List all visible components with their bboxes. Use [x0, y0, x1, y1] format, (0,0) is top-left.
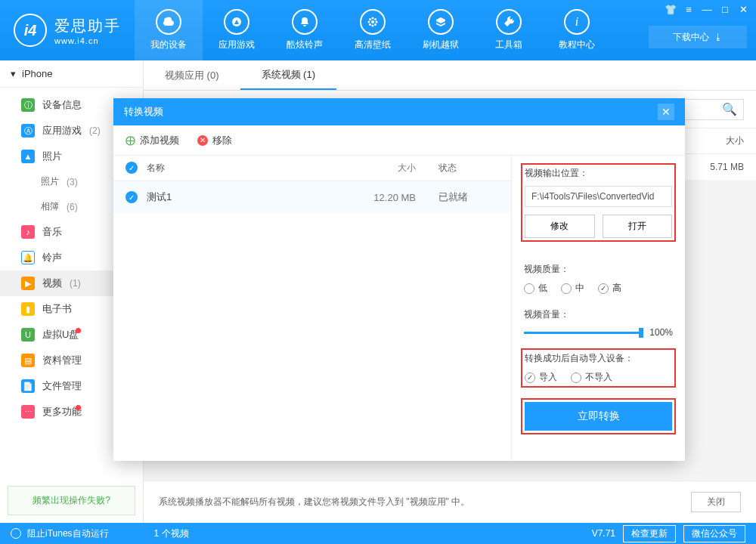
dialog-toolbar: ⨁ 添加视频 ✕ 移除: [113, 125, 685, 156]
nav-apps[interactable]: 应用游戏: [203, 0, 271, 60]
tab-system-videos[interactable]: 系统视频 (1): [240, 60, 337, 90]
radio-icon[interactable]: [11, 528, 21, 539]
col-status: 状态: [416, 162, 499, 175]
chevron-down-icon: ▾: [11, 68, 16, 79]
video-count: 1 个视频: [154, 527, 189, 540]
hint-bar: 系统视频播放器不能解码所有视频，建议您将视频文件导入到 "视频应用" 中。 关闭: [144, 481, 756, 523]
nav-my-device[interactable]: 我的设备: [135, 0, 203, 60]
theme-icon[interactable]: 👕: [662, 2, 679, 16]
help-link[interactable]: 频繁出现操作失败?: [8, 486, 135, 515]
svg-point-4: [368, 21, 370, 23]
row-name: 测试1: [147, 190, 333, 204]
quality-mid-radio[interactable]: 中: [561, 282, 584, 295]
select-all-checkbox[interactable]: ✓: [125, 162, 138, 174]
notification-dot: [76, 405, 81, 410]
search-icon[interactable]: 🔍: [722, 102, 737, 116]
volume-slider[interactable]: [524, 332, 642, 334]
quality-label: 视频质量：: [524, 263, 673, 276]
add-video-button[interactable]: ⨁ 添加视频: [125, 134, 179, 147]
maximize-icon[interactable]: □: [717, 2, 733, 16]
convert-video-dialog: 转换视频 ✕ ⨁ 添加视频 ✕ 移除 ✓ 名称 大小 状态 ✓ 测试1 12.2…: [113, 98, 685, 461]
logo-title: 爱思助手: [54, 16, 121, 36]
hint-text: 系统视频播放器不能解码所有视频，建议您将视频文件导入到 "视频应用" 中。: [159, 496, 469, 508]
device-header[interactable]: ▾ iPhone: [0, 60, 143, 88]
status-bar: 阻止iTunes自动运行 1 个视频 V7.71 检查更新 微信公众号: [0, 523, 756, 544]
logo-icon: i4: [14, 14, 47, 47]
quality-low-radio[interactable]: 低: [524, 282, 547, 295]
list-item[interactable]: ✓ 测试1 12.20 MB 已就绪: [113, 181, 511, 213]
open-button[interactable]: 打开: [603, 215, 673, 238]
remove-button[interactable]: ✕ 移除: [197, 134, 232, 147]
check-update-button[interactable]: 检查更新: [623, 525, 676, 542]
svg-point-3: [372, 25, 374, 27]
volume-value: 100%: [649, 327, 673, 338]
dialog-header: 转换视频 ✕: [113, 98, 685, 125]
wechat-button[interactable]: 微信公众号: [683, 525, 745, 542]
header: i4 爱思助手 www.i4.cn 我的设备 应用游戏 酷炫铃声 高清壁纸 刷机…: [0, 0, 756, 60]
slider-thumb[interactable]: [639, 328, 643, 338]
row-checkbox[interactable]: ✓: [125, 191, 138, 203]
autoimport-no-radio[interactable]: 不导入: [571, 371, 612, 384]
nav-flash[interactable]: 刷机越狱: [407, 0, 475, 60]
window-controls: 👕 ≡ — □ ✕: [658, 0, 756, 18]
hint-close-button[interactable]: 关闭: [691, 492, 741, 512]
svg-point-9: [374, 23, 376, 26]
row-size: 5.71 MB: [683, 162, 744, 172]
row-status: 已就绪: [416, 190, 499, 204]
col-size: 大小: [333, 162, 416, 175]
tab-video-apps[interactable]: 视频应用 (0): [144, 60, 240, 90]
add-icon: ⨁: [125, 134, 135, 146]
convert-button[interactable]: 立即转换: [525, 402, 672, 431]
nav-ringtones[interactable]: 酷炫铃声: [271, 0, 339, 60]
quality-high-radio[interactable]: 高: [598, 282, 621, 295]
svg-point-5: [376, 21, 378, 23]
output-label: 视频输出位置：: [525, 167, 672, 180]
nav-tutorials[interactable]: i教程中心: [543, 0, 611, 60]
col-name: 名称: [147, 162, 333, 175]
nav-wallpapers[interactable]: 高清壁纸: [339, 0, 407, 60]
notification-dot: [76, 328, 81, 333]
content-tabs: 视频应用 (0) 系统视频 (1): [144, 60, 756, 91]
dialog-title: 转换视频: [124, 105, 163, 119]
info-icon: i: [564, 9, 590, 35]
output-path-field[interactable]: F:\i4Tools7\Files\ConvertedVid: [525, 186, 672, 207]
svg-point-1: [371, 20, 374, 23]
dialog-close-button[interactable]: ✕: [658, 104, 674, 120]
version-label: V7.71: [592, 528, 615, 539]
logo-url: www.i4.cn: [54, 36, 121, 45]
autoimport-yes-radio[interactable]: 导入: [525, 371, 557, 384]
svg-point-7: [374, 18, 376, 20]
minimize-icon[interactable]: —: [699, 2, 715, 16]
modify-button[interactable]: 修改: [525, 215, 595, 238]
menu-icon[interactable]: ≡: [680, 2, 697, 16]
download-center-button[interactable]: 下载中心 ⭳: [649, 26, 747, 48]
video-list: ✓ 名称 大小 状态 ✓ 测试1 12.20 MB 已就绪: [113, 156, 511, 461]
main-nav: 我的设备 应用游戏 酷炫铃声 高清壁纸 刷机越狱 工具箱 i教程中心: [135, 0, 611, 60]
svg-point-8: [369, 23, 371, 26]
close-icon[interactable]: ✕: [735, 2, 751, 16]
svg-point-2: [372, 17, 374, 20]
logo: i4 爱思助手 www.i4.cn: [0, 14, 135, 47]
col-size: 大小: [683, 134, 744, 147]
volume-label: 视频音量：: [524, 308, 673, 321]
remove-icon: ✕: [197, 135, 208, 146]
autoimport-label: 转换成功后自动导入设备：: [525, 352, 672, 365]
row-size: 12.20 MB: [333, 192, 416, 203]
download-icon: ⭳: [714, 32, 723, 42]
itunes-block-label[interactable]: 阻止iTunes自动运行: [27, 527, 109, 540]
dialog-sidebar: 视频输出位置： F:\i4Tools7\Files\ConvertedVid 修…: [511, 156, 685, 461]
svg-point-6: [369, 18, 371, 20]
nav-tools[interactable]: 工具箱: [475, 0, 543, 60]
